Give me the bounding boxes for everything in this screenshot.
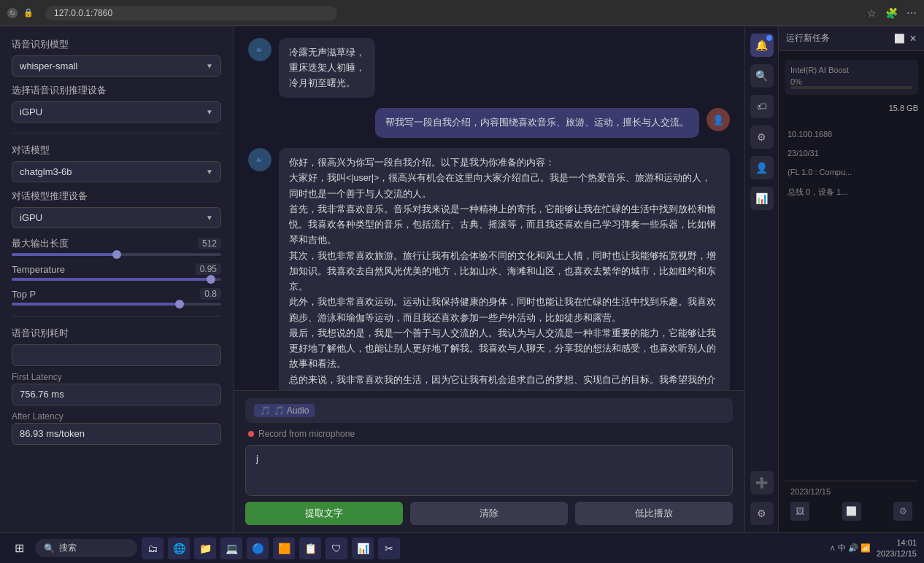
- task-label: Intel(R) AI Boost: [790, 66, 912, 74]
- sidebar-icon-tag[interactable]: 🏷: [750, 95, 774, 118]
- menu-icon[interactable]: ⋯: [906, 7, 917, 19]
- generate-button[interactable]: 低比播放: [575, 502, 733, 525]
- max-length-slider[interactable]: [12, 253, 221, 256]
- ai-avatar: AI: [248, 38, 272, 61]
- user-icon: 👤: [712, 114, 724, 125]
- taskbar-app-10[interactable]: ✂: [378, 537, 400, 559]
- main-layout: 语音识别模型 whisper-small ▼ 选择语音识别推理设备 iGPU ▼…: [0, 26, 924, 532]
- taskbar-app-1[interactable]: 🗂: [142, 537, 163, 559]
- task-section: Intel(R) AI Boost 0%: [785, 60, 918, 95]
- sidebar-icon-gear[interactable]: ⚙: [750, 502, 774, 525]
- taskbar: ⊞ 🔍 搜索 🗂 🌐 📁 💻 🔵 🟧 📋 🛡 📊 ✂ ∧ 中 🔊 📶 14:01…: [0, 532, 924, 563]
- small-icon-thumbnail[interactable]: 🖼: [790, 502, 809, 521]
- info-row-2: 23/10/31: [785, 146, 918, 160]
- small-icon-layout[interactable]: ⬜: [842, 502, 861, 521]
- bottom-buttons: 提取文字 清除 低比播放: [245, 502, 733, 525]
- top-p-value: 0.8: [200, 288, 221, 300]
- first-latency-value: 756.76 ms: [12, 384, 221, 405]
- chat-device-arrow: ▼: [206, 214, 213, 222]
- chat-area: AI 冷露无声滋草绿，重床迭架人初睡，冷月初至曙光。 👤 帮我写一段自我介绍，内…: [234, 26, 744, 532]
- far-right-bottom: 2023/12/15 🖼 ⬜ ⚙: [785, 481, 918, 527]
- transcribe-button[interactable]: 提取文字: [245, 502, 403, 525]
- asr-latency-box: [12, 344, 221, 366]
- audio-label: 🎵 🎵 Audio: [254, 404, 315, 417]
- chat-model-label: 对话模型: [12, 144, 221, 157]
- taskbar-app-2[interactable]: 🌐: [168, 537, 190, 559]
- small-icon-settings[interactable]: ⚙: [893, 502, 912, 521]
- message-row-user1: 👤 帮我写一段自我介绍，内容围绕喜欢音乐、旅游、运动，擅长与人交流。: [248, 108, 730, 138]
- taskbar-app-9[interactable]: 📊: [352, 537, 374, 559]
- clock-time: 14:01: [877, 537, 917, 548]
- far-right-content: Intel(R) AI Boost 0% 15.8 GB 10.100.1688…: [779, 51, 924, 532]
- sidebar-icon-bell[interactable]: 🔔: [750, 34, 774, 57]
- sidebar-icon-add[interactable]: ➕: [750, 471, 774, 494]
- asr-model-value: whisper-small: [20, 61, 77, 71]
- left-panel: 语音识别模型 whisper-small ▼ 选择语音识别推理设备 iGPU ▼…: [0, 26, 234, 532]
- sidebar-icon-settings[interactable]: ⚙: [750, 125, 774, 149]
- after-latency-label: After Latency: [12, 411, 221, 422]
- info-row-3: (FL 1.0 : Compu...: [785, 165, 918, 179]
- browser-actions: ☆ 🧩 ⋯: [867, 7, 917, 19]
- url-bar[interactable]: 127.0.0.1:7860: [45, 6, 337, 20]
- search-icon: 🔍: [44, 543, 55, 554]
- close-btn[interactable]: ✕: [909, 34, 917, 44]
- message-row-ai2: AI 你好，很高兴为你写一段自我介绍。以下是我为你准备的内容： 大家好，我叫<|…: [248, 148, 730, 390]
- info-ip: 10.100.1688: [788, 130, 832, 139]
- chat-device-label: 对话模型推理设备: [12, 190, 221, 203]
- sidebar-icon-user[interactable]: 👤: [750, 156, 774, 179]
- bottom-date: 2023/12/15: [790, 487, 831, 496]
- start-button[interactable]: ⊞: [7, 537, 31, 560]
- star-icon[interactable]: ☆: [867, 7, 877, 19]
- taskbar-right: ∧ 中 🔊 📶 14:01 2023/12/15: [829, 537, 917, 559]
- info-date1: 23/10/31: [788, 149, 819, 158]
- asr-device-select[interactable]: iGPU ▼: [12, 101, 221, 123]
- input-text: j: [256, 453, 258, 464]
- far-right-panel: 运行新任务 ⬜ ✕ Intel(R) AI Boost 0% 15.8 GB 1…: [778, 26, 924, 532]
- far-right-title: 运行新任务: [786, 32, 830, 44]
- taskbar-app-5[interactable]: 🔵: [247, 537, 269, 559]
- taskbar-app-6[interactable]: 🟧: [273, 537, 295, 559]
- taskbar-app-7[interactable]: 📋: [299, 537, 321, 559]
- top-p-label: Top P: [12, 289, 36, 300]
- ai-avatar-2: AI: [248, 148, 272, 171]
- temperature-slider[interactable]: [12, 278, 221, 281]
- top-p-slider[interactable]: [12, 303, 221, 306]
- message-bubble-ai1: 冷露无声滋草绿，重床迭架人初睡，冷月初至曙光。: [279, 38, 375, 98]
- audio-text: 🎵 Audio: [274, 405, 309, 416]
- message-row: AI 冷露无声滋草绿，重床迭架人初睡，冷月初至曙光。: [248, 38, 730, 98]
- user-message-1-text: 帮我写一段自我介绍，内容围绕喜欢音乐、旅游、运动，擅长与人交流。: [385, 117, 689, 128]
- right-sidebar: 🔔 🔍 🏷 ⚙ 👤 📊 ➕ ⚙: [744, 26, 778, 532]
- divider-2: [12, 316, 221, 317]
- taskbar-app-4[interactable]: 💻: [220, 537, 242, 559]
- taskbar-time: 14:01 2023/12/15: [877, 537, 917, 559]
- text-input[interactable]: j: [245, 445, 733, 496]
- ai-message-1-text: 冷露无声滋草绿，重床迭架人初睡，冷月初至曙光。: [289, 47, 365, 88]
- browser-chrome: ↻ 🔒 127.0.0.1:7860 ☆ 🧩 ⋯: [0, 0, 924, 26]
- chat-device-select[interactable]: iGPU ▼: [12, 207, 221, 228]
- asr-device-value: iGPU: [20, 106, 42, 117]
- record-dot: [248, 431, 254, 437]
- record-label: Record from microphone: [258, 429, 355, 439]
- chat-model-select[interactable]: chatglm3-6b ▼: [12, 161, 221, 182]
- taskbar-app-8[interactable]: 🛡: [326, 537, 347, 559]
- system-tray: ∧ 中 🔊 📶: [829, 543, 871, 554]
- first-latency-label: First Latency: [12, 372, 221, 382]
- audio-bar: 🎵 🎵 Audio: [245, 398, 733, 423]
- refresh-btn[interactable]: ↻: [7, 8, 18, 18]
- info-bus: 总线 0，设备 1...: [788, 187, 848, 198]
- clear-button[interactable]: 清除: [410, 502, 568, 525]
- resize-btn[interactable]: ⬜: [894, 34, 905, 44]
- divider-1: [12, 133, 221, 133]
- taskbar-app-3[interactable]: 📁: [194, 537, 216, 559]
- extensions-icon[interactable]: 🧩: [885, 7, 898, 19]
- info-fl: (FL 1.0 : Compu...: [788, 168, 852, 176]
- asr-device-arrow: ▼: [206, 108, 213, 116]
- search-text: 搜索: [59, 542, 77, 554]
- chat-device-value: iGPU: [20, 212, 42, 223]
- search-bar[interactable]: 🔍 搜索: [35, 539, 137, 557]
- sidebar-icon-chart[interactable]: 📊: [750, 187, 774, 210]
- asr-model-select[interactable]: whisper-small ▼: [12, 55, 221, 77]
- chat-model-value: chatglm3-6b: [20, 166, 72, 177]
- task-pct: 0%: [790, 77, 802, 86]
- sidebar-icon-search[interactable]: 🔍: [750, 64, 774, 88]
